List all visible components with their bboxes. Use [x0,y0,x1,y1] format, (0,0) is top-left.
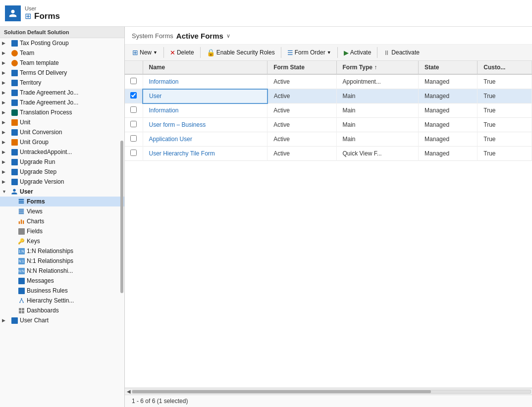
sidebar-item-label: Charts [27,218,44,225]
row-checkbox[interactable] [130,150,137,156]
scrollbar-thumb[interactable] [132,390,431,393]
sidebar-item-label: Fields [27,228,43,235]
sidebar-item-team-template[interactable]: ▶ Team template [0,58,124,68]
row-checkbox[interactable] [130,135,137,142]
sidebar-item-label: 1:N Relationships [27,248,73,254]
sidebar-item-terms-of-delivery[interactable]: ▶ Terms Of Delivery [0,68,124,78]
enable-security-roles-button[interactable]: 🔒 Enable Security Roles [202,47,279,58]
row-name-cell[interactable]: Information [143,74,267,89]
sidebar-item-label: Translation Process [20,109,72,116]
row-name-cell[interactable]: User Hierarchy Tile Form [143,147,267,161]
svg-rect-8 [21,220,22,224]
form-order-button[interactable]: ☰ Form Order ▼ [283,47,336,58]
row-checkbox[interactable] [130,92,137,99]
sidebar-item-hierarchy-settings[interactable]: Hierarchy Settin... [0,296,124,305]
keys-icon: 🔑 [17,237,25,245]
scrollbar-track[interactable] [132,390,531,394]
sidebar: Solution Default Solution ▶ Tax Posting … [0,27,125,407]
sidebar-item-messages[interactable]: Messages [0,276,124,286]
business-rules-icon [17,287,25,295]
sidebar-item-views[interactable]: Views [0,206,124,216]
form-order-icon: ☰ [287,49,293,56]
sidebar-item-nn-relationships[interactable]: N:N N:N Relationshi... [0,266,124,276]
sidebar-item-trade-agreement-1[interactable]: ▶ Trade Agreement Jo... [0,88,124,98]
col-form-type[interactable]: Form Type ↑ [336,61,419,74]
sidebar-item-business-rules[interactable]: Business Rules [0,286,124,296]
forms-nav-icon: ⊞ [25,11,31,21]
entity-icon [10,128,18,136]
sidebar-item-upgrade-version[interactable]: ▶ Upgrade Version [0,177,124,187]
row-checkbox-cell[interactable] [125,118,143,132]
sidebar-item-unit-conversion[interactable]: ▶ Unit Conversion [0,127,124,137]
svg-point-12 [22,302,23,303]
col-customizable[interactable]: Custo... [478,61,532,74]
row-name-cell[interactable]: Information [143,103,267,118]
sidebar-item-label: Trade Agreement Jo... [20,89,78,96]
horizontal-scrollbar[interactable]: ◀ [125,388,532,395]
delete-button[interactable]: ✕ Delete [165,47,199,58]
deactivate-button[interactable]: ⏸ Deactivate [379,47,424,58]
row-checkbox-cell[interactable] [125,74,143,89]
sidebar-item-user-chart[interactable]: ▶ User Chart [0,315,124,325]
breadcrumb-prefix: System Forms [132,32,173,40]
svg-rect-3 [19,209,24,210]
sidebar-item-upgrade-step[interactable]: ▶ Upgrade Step [0,167,124,177]
row-name-cell[interactable]: User [143,89,267,103]
messages-icon [17,277,25,285]
breadcrumb-dropdown-icon[interactable]: ∨ [226,33,230,39]
sidebar-item-trade-agreement-2[interactable]: ▶ Trade Agreement Jo... [0,98,124,107]
form-order-label: Form Order [295,49,325,56]
row-checkbox[interactable] [130,106,137,113]
sidebar-item-1n-relationships[interactable]: 1:N 1:N Relationships [0,246,124,256]
relationship-n1-icon: N:1 [17,257,25,265]
row-checkbox[interactable] [130,121,137,127]
expand-icon: ▶ [2,60,9,65]
sidebar-item-translation-process[interactable]: ▶ Translation Process [0,107,124,117]
expand-icon: ▶ [2,130,9,135]
svg-rect-17 [19,311,21,313]
row-name-cell[interactable]: Application User [143,132,267,147]
deactivate-icon: ⏸ [383,49,390,56]
row-checkbox-cell[interactable] [125,89,143,103]
scroll-left-arrow[interactable]: ◀ [126,389,132,394]
sidebar-item-upgrade-run[interactable]: ▶ Upgrade Run [0,157,124,167]
sidebar-item-n1-relationships[interactable]: N:1 N:1 Relationships [0,256,124,266]
table-row: User Active Main Managed True [125,89,532,103]
sidebar-item-label: Dashboards [27,307,59,314]
col-state[interactable]: State [419,61,478,74]
sidebar-item-team[interactable]: ▶ Team [0,48,124,58]
sidebar-item-tax-posting-group[interactable]: ▶ Tax Posting Group [0,38,124,48]
sidebar-item-fields[interactable]: Fields [0,226,124,236]
row-name-cell[interactable]: User form – Business [143,118,267,132]
sidebar-item-keys[interactable]: 🔑 Keys [0,236,124,246]
new-button[interactable]: ⊞ New ▼ [128,47,162,58]
sidebar-scrollbar[interactable] [120,141,123,293]
row-customizable-cell: True [478,89,532,103]
sidebar-item-territory[interactable]: ▶ Territory [0,78,124,88]
sidebar-item-untracked[interactable]: ▶ UntrackedAppoint... [0,147,124,157]
activate-button[interactable]: ▶ Activate [339,47,376,58]
sidebar-item-user[interactable]: ▼ User [0,187,124,197]
sidebar-header: Solution Default Solution [0,27,124,38]
breadcrumb-bar: System Forms Active Forms ∨ [125,27,532,45]
row-form-type-cell: Appointment... [336,74,419,89]
table-row: Information Active Main Managed True [125,103,532,118]
col-name[interactable]: Name [143,61,267,74]
row-checkbox-cell[interactable] [125,103,143,118]
deactivate-label: Deactivate [391,49,420,56]
group-icon [10,138,18,146]
security-icon: 🔒 [207,49,215,56]
toolbar: ⊞ New ▼ ✕ Delete 🔒 Enable Security Roles… [125,45,532,61]
col-form-state[interactable]: Form State [267,61,336,74]
relationship-1n-icon: 1:N [17,247,25,255]
expand-icon: ▶ [2,70,9,75]
row-checkbox[interactable] [130,78,137,84]
row-checkbox-cell[interactable] [125,147,143,161]
sidebar-item-unit[interactable]: ▶ Unit [0,117,124,127]
sidebar-item-unit-group[interactable]: ▶ Unit Group [0,137,124,147]
sidebar-item-dashboards[interactable]: Dashboards [0,305,124,315]
sidebar-item-forms[interactable]: Forms [0,197,124,206]
sidebar-item-charts[interactable]: Charts [0,216,124,226]
views-icon [17,207,25,215]
row-checkbox-cell[interactable] [125,132,143,147]
